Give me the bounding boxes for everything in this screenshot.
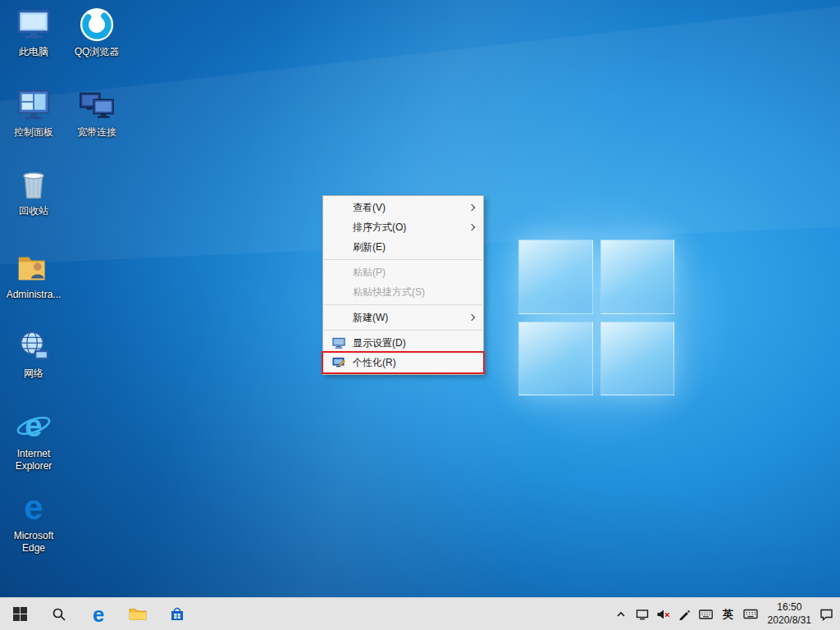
menu-item-paste-shortcut: 粘贴快捷方式(S) (323, 282, 483, 302)
microsoft-edge-icon: e (15, 490, 52, 527)
clock-time: 16:50 (768, 601, 811, 614)
menu-item-label: 粘贴快捷方式(S) (353, 285, 425, 299)
submenu-arrow-icon (468, 204, 475, 211)
this-pc-icon (15, 6, 52, 43)
windows-logo-pane (518, 322, 593, 396)
desktop-icon-label: QQ浏览器 (75, 46, 120, 58)
windows-start-icon (13, 607, 27, 621)
menu-item-label: 粘贴(P) (353, 266, 386, 280)
volume-muted-icon (656, 608, 670, 621)
windows-logo-pane (600, 240, 675, 314)
menu-item-new[interactable]: 新建(W) (323, 308, 483, 327)
desktop-icon-internet-explorer[interactable]: e Internet Explorer (2, 408, 66, 472)
search-icon (52, 607, 66, 622)
desktop-icon-administrator[interactable]: Administra... (2, 249, 66, 301)
search-button[interactable] (39, 598, 79, 630)
submenu-arrow-icon (468, 314, 475, 321)
action-center-button[interactable] (818, 598, 840, 630)
menu-separator (324, 330, 482, 331)
menu-item-paste: 粘贴(P) (323, 262, 483, 282)
menu-separator (324, 259, 482, 260)
desktop-icon-label: 此电脑 (19, 46, 48, 58)
desktop-icon-control-panel[interactable]: 控制面板 (2, 86, 66, 139)
personalize-icon (332, 356, 345, 369)
user-folder-icon (15, 249, 52, 286)
start-button[interactable] (0, 598, 39, 630)
menu-separator (324, 304, 482, 305)
tray-touch-keyboard-button[interactable] (740, 598, 761, 630)
desktop-icon-this-pc[interactable]: 此电脑 (2, 6, 66, 58)
touch-keyboard-icon (743, 608, 758, 620)
taskbar-left: e (0, 598, 197, 630)
action-center-icon (819, 608, 833, 621)
tray-volume-button[interactable] (653, 598, 674, 630)
menu-item-label: 新建(W) (353, 311, 388, 325)
desktop-icon-recycle-bin[interactable]: 回收站 (2, 165, 66, 217)
pen-icon (678, 608, 691, 620)
desktop-icon-qq-browser[interactable]: QQ浏览器 (65, 6, 129, 58)
windows-logo-pane (600, 322, 675, 396)
control-panel-icon (15, 86, 52, 124)
tray-language-indicator[interactable]: 英 (717, 598, 740, 630)
tray-ime-button[interactable] (696, 598, 717, 630)
broadband-connection-icon (78, 86, 116, 124)
desktop-icon-label: 网络 (24, 368, 43, 380)
desktop[interactable]: 此电脑 QQ浏览器 控制面板 (0, 0, 840, 630)
microsoft-store-icon (169, 606, 185, 623)
taskbar-edge-button[interactable]: e (79, 598, 118, 630)
menu-item-label: 查看(V) (353, 201, 386, 215)
system-tray: 英 16:50 2020/8/31 (610, 598, 840, 630)
recycle-bin-icon (15, 165, 52, 203)
menu-item-display-settings[interactable]: 显示设置(D) (323, 333, 483, 353)
desktop-icon-broadband[interactable]: 宽带连接 (65, 86, 129, 139)
menu-item-refresh[interactable]: 刷新(E) (323, 237, 483, 257)
menu-item-label: 显示设置(D) (353, 336, 406, 350)
menu-item-label: 个性化(R) (353, 356, 396, 370)
desktop-icon-label: 宽带连接 (77, 126, 116, 139)
menu-item-view[interactable]: 查看(V) (323, 198, 483, 217)
submenu-arrow-icon (468, 224, 475, 231)
clock-date: 2020/8/31 (768, 614, 811, 628)
qq-browser-icon (78, 6, 116, 43)
edge-icon: e (93, 604, 104, 625)
desktop-icon-label: Microsoft Edge (2, 530, 66, 555)
taskbar-store-button[interactable] (158, 598, 197, 630)
svg-text:e: e (24, 490, 43, 527)
network-icon (15, 327, 52, 365)
windows-logo (518, 240, 674, 395)
desktop-icon-label: 回收站 (19, 205, 48, 217)
desktop-icon-microsoft-edge[interactable]: e Microsoft Edge (2, 490, 66, 555)
menu-item-personalize[interactable]: 个性化(R) (323, 353, 483, 372)
ime-keyboard-icon (699, 609, 713, 620)
desktop-context-menu: 查看(V) 排序方式(O) 刷新(E) 粘贴(P) 粘贴快捷方式(S) 新建(W… (322, 195, 484, 375)
menu-item-label: 刷新(E) (353, 240, 386, 254)
desktop-icon-label: 控制面板 (14, 126, 53, 139)
taskbar-clock[interactable]: 16:50 2020/8/31 (761, 601, 818, 627)
menu-item-sort-by[interactable]: 排序方式(O) (323, 217, 483, 237)
folder-icon (129, 607, 147, 622)
desktop-icon-label: Internet Explorer (2, 448, 66, 472)
menu-item-label: 排序方式(O) (353, 221, 406, 235)
desktop-icon-network[interactable]: 网络 (2, 327, 66, 380)
tray-show-hidden-icons-button[interactable] (610, 598, 632, 630)
tray-pen-button[interactable] (674, 598, 696, 630)
display-settings-icon (332, 336, 345, 349)
taskbar: e (0, 597, 840, 630)
network-status-icon (636, 608, 649, 621)
svg-text:e: e (25, 408, 42, 443)
desktop-icon-label: Administra... (7, 289, 62, 301)
internet-explorer-icon: e (15, 408, 52, 445)
tray-network-button[interactable] (632, 598, 653, 630)
taskbar-file-explorer-button[interactable] (118, 598, 158, 630)
chevron-up-icon (615, 609, 627, 620)
windows-logo-pane (518, 240, 593, 314)
